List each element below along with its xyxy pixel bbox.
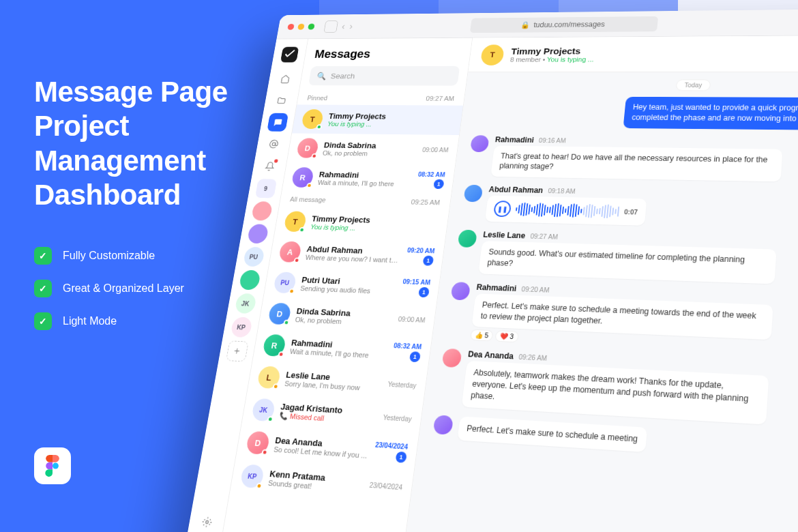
avatar: D bbox=[296, 138, 319, 158]
message-bubble: Perfect. Let's make sure to schedule a m… bbox=[457, 416, 647, 452]
svg-point-2 bbox=[205, 520, 208, 523]
folder-icon[interactable] bbox=[270, 91, 292, 110]
search-input[interactable]: 🔍Search bbox=[308, 66, 460, 86]
avatar-initials[interactable]: PU bbox=[242, 247, 265, 267]
conversation-item[interactable]: DDinda SabrinaOk, no problem09:00 AM bbox=[287, 133, 459, 164]
message-bubble: Hey team, just wanted to provide a quick… bbox=[623, 97, 798, 131]
count-badge: 9 bbox=[254, 179, 276, 198]
avatar: R bbox=[262, 334, 286, 357]
figma-badge bbox=[34, 447, 71, 484]
avatar: JK bbox=[251, 398, 276, 422]
reaction[interactable]: ❤️ 3 bbox=[495, 331, 519, 343]
chat-header: T Timmy Projects 8 member • You is typin… bbox=[468, 35, 798, 72]
avatar: PU bbox=[273, 271, 297, 293]
reaction[interactable]: 👍 5 bbox=[470, 329, 494, 342]
dashboard-window: ‹› 🔒tuduu.com/messages ◑ 9 PU JK KP + bbox=[181, 8, 798, 532]
mentions-icon[interactable] bbox=[263, 135, 284, 153]
minimize-dot[interactable] bbox=[297, 24, 305, 30]
search-icon: 🔍 bbox=[316, 72, 327, 80]
message-thread[interactable]: Today Hey team, just wanted to provide a… bbox=[404, 72, 798, 532]
avatar bbox=[441, 349, 462, 368]
promo-title: Message Page Project Management Dashboar… bbox=[34, 75, 228, 213]
avatar bbox=[470, 135, 490, 152]
sidebar-title: Messages bbox=[304, 38, 472, 66]
avatar: T bbox=[301, 109, 324, 129]
conversation-item[interactable]: TTimmy ProjectsYou is typing ... bbox=[292, 104, 463, 135]
home-icon[interactable] bbox=[274, 70, 295, 88]
voice-message[interactable]: ❚❚0:07 bbox=[485, 196, 647, 226]
promo-panel: Message Page Project Management Dashboar… bbox=[34, 75, 228, 345]
message-bubble: Sounds good. What's our estimated timeli… bbox=[478, 241, 776, 284]
avatar: D bbox=[267, 303, 291, 325]
back-icon[interactable]: ‹ bbox=[341, 21, 346, 31]
add-icon[interactable]: + bbox=[226, 340, 249, 361]
avatar-initials[interactable]: KP bbox=[230, 316, 252, 338]
close-dot[interactable] bbox=[287, 24, 295, 30]
avatar[interactable] bbox=[246, 224, 269, 243]
feature-item: ✓Light Mode bbox=[34, 312, 228, 330]
browser-toolbar: ‹› 🔒tuduu.com/messages ◑ bbox=[276, 8, 798, 40]
check-icon: ✓ bbox=[34, 247, 52, 265]
message-bubble: That's great to hear! Do we have all the… bbox=[490, 145, 782, 181]
feature-item: ✓Great & Organized Layer bbox=[34, 280, 228, 297]
avatar: KP bbox=[239, 464, 265, 488]
check-icon: ✓ bbox=[34, 312, 52, 330]
play-icon[interactable]: ❚❚ bbox=[493, 201, 512, 217]
avatar[interactable] bbox=[250, 201, 272, 221]
app-logo[interactable] bbox=[280, 47, 299, 63]
sidebar-toggle-icon[interactable] bbox=[324, 20, 338, 33]
feature-item: ✓Fully Customizable bbox=[34, 247, 228, 265]
avatar bbox=[458, 230, 477, 248]
url-bar[interactable]: 🔒tuduu.com/messages bbox=[470, 16, 658, 32]
maximize-dot[interactable] bbox=[308, 24, 315, 30]
conversation-item[interactable]: RRahmadiniWait a minute, I'll go there08… bbox=[282, 162, 455, 195]
avatar: A bbox=[278, 241, 302, 263]
avatar-initials[interactable]: JK bbox=[234, 293, 256, 314]
settings-icon[interactable] bbox=[195, 510, 219, 532]
avatar bbox=[463, 185, 483, 203]
conversation-item[interactable]: TTimmy ProjectsYou is typing ... bbox=[274, 206, 449, 241]
avatar: T bbox=[283, 211, 307, 232]
avatar[interactable] bbox=[238, 270, 261, 291]
bell-icon[interactable] bbox=[258, 157, 280, 176]
avatar bbox=[433, 415, 454, 435]
lock-icon: 🔒 bbox=[520, 20, 531, 29]
check-icon: ✓ bbox=[34, 280, 52, 297]
avatar: D bbox=[246, 431, 271, 455]
forward-icon[interactable]: › bbox=[349, 21, 353, 31]
day-divider: Today bbox=[478, 82, 798, 89]
svg-point-0 bbox=[53, 463, 59, 469]
avatar: L bbox=[256, 366, 281, 389]
avatar bbox=[450, 282, 471, 300]
messages-icon[interactable] bbox=[267, 113, 289, 132]
avatar: R bbox=[291, 167, 314, 188]
avatar: T bbox=[480, 44, 505, 65]
